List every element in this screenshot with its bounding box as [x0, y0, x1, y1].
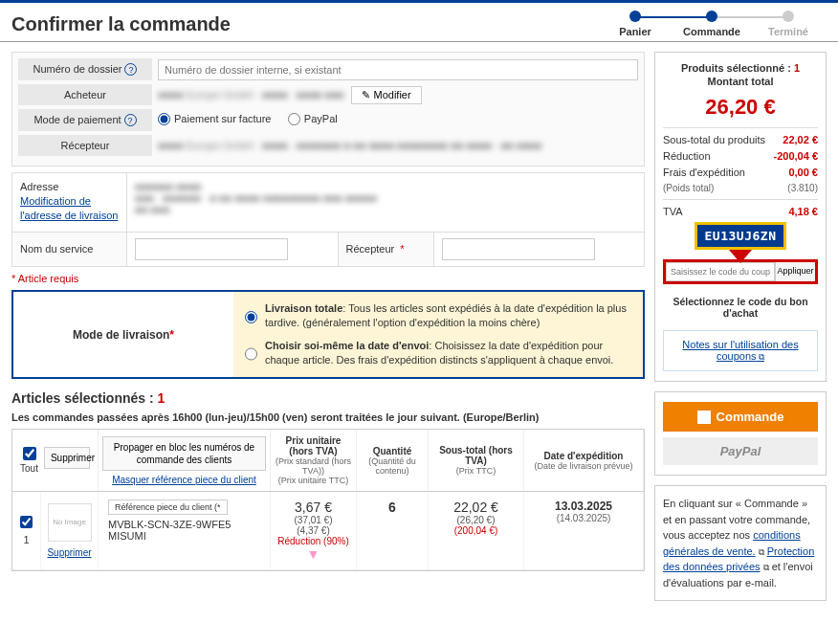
address-box: Adresse Modification de l'adresse de liv… — [11, 172, 645, 233]
order-icon — [697, 411, 711, 424]
help-icon[interactable]: ? — [124, 114, 137, 126]
items-title: Articles sélectionnés : 1 — [11, 390, 165, 406]
paiement-label: Mode de paiement — [33, 114, 121, 125]
coupon-code-badge: EU13UJ6ZN — [695, 222, 787, 250]
checkout-stepper: Panier Commande Terminé — [597, 11, 827, 37]
arrow-down-icon — [729, 250, 752, 263]
grand-total: 26,20 € — [663, 95, 818, 120]
help-icon[interactable]: ? — [124, 63, 137, 76]
reduction-label: Réduction (90%) — [276, 536, 350, 546]
acheteur-value: ■■■■ Europe GmbH · ■■■■ · ■■■■ ■■■ — [158, 89, 343, 100]
recepteur-input[interactable] — [442, 238, 595, 260]
paiement-paypal-radio[interactable]: PayPal — [288, 113, 338, 125]
table-row: 1 No Image Supprimer Référence piece du … — [12, 492, 644, 570]
items-note: Les commandes passées après 16h00 (lun-j… — [11, 411, 539, 423]
recepteur2-label: Récepteur — [346, 243, 395, 255]
unit-price: 3,67 € — [276, 500, 350, 515]
row-delete-link[interactable]: Supprimer — [47, 547, 91, 558]
items-table: Tout Supprimer Propager en bloc les numé… — [11, 429, 645, 571]
coupon-input[interactable] — [666, 262, 775, 281]
address-value: ■■■■■■ ■■■■■■■ · ■■■■■■ · ■ ■■ ■■■■ ■■■■… — [135, 181, 636, 215]
client-ref-button[interactable]: Référence piece du client (* — [108, 500, 228, 515]
modifier-button[interactable]: ✎ Modifier — [351, 86, 421, 104]
select-voucher-link[interactable]: Sélectionnez le code du bon d'achat — [663, 292, 818, 322]
external-link-icon: ⧉ — [763, 563, 769, 572]
ship-date: 13.03.2025 — [530, 500, 637, 513]
propagate-button[interactable]: Propager en bloc les numéros de commande… — [102, 436, 266, 471]
item-sku: MVBLK-SCN-3ZE-9WFE5 — [108, 519, 231, 530]
delivery-total-radio[interactable] — [245, 303, 257, 331]
row-checkbox[interactable] — [20, 516, 33, 528]
service-label: Nom du service — [12, 233, 127, 266]
acheteur-label: Acheteur — [64, 89, 106, 100]
mask-ref-link[interactable]: Masquer référence piece du client — [112, 475, 256, 485]
delivery-label: Mode de livraison — [73, 328, 169, 342]
dossier-input[interactable] — [158, 59, 638, 80]
delete-selected-button[interactable]: Supprimer — [44, 447, 90, 469]
modify-address-link[interactable]: Modification de l'adresse de livraison — [20, 194, 119, 224]
paypal-button[interactable]: PayPal — [663, 437, 818, 465]
delivery-choose-radio[interactable] — [245, 341, 257, 368]
external-link-icon: ⧉ — [759, 547, 764, 557]
item-qty: 6 — [357, 492, 429, 569]
apply-coupon-button[interactable]: Appliquer — [775, 262, 815, 281]
step-order: Commande — [683, 26, 740, 37]
place-order-button[interactable]: Commande — [663, 402, 818, 432]
step-done: Terminé — [768, 26, 808, 37]
arrow-down-icon: ▼ — [276, 546, 350, 562]
legal-notice: En cliquant sur « Commande » et en passa… — [654, 485, 827, 601]
item-brand: MISUMI — [108, 530, 146, 542]
no-image-placeholder: No Image — [48, 503, 92, 542]
recepteur-value: ■■■■ Europe GmbH · ■■■■ · ■■■■■■■ ■ ■■ ■… — [158, 140, 541, 151]
required-note: * Article requis — [11, 273, 645, 284]
order-form: Numéro de dossier? Acheteur ■■■■ Europe … — [11, 52, 645, 167]
service-input[interactable] — [135, 238, 288, 260]
subtotal: 22,02 € — [434, 500, 518, 515]
coupon-notes-link[interactable]: Notes sur l'utilisation des coupons ⧉ — [682, 339, 798, 362]
paiement-facture-radio[interactable]: Paiement sur facture — [158, 113, 272, 125]
adresse-label: Adresse — [20, 181, 119, 192]
order-summary: Produits sélectionné : 1 Montant total 2… — [654, 52, 827, 382]
external-link-icon: ⧉ — [757, 352, 765, 362]
delivery-mode-box: Mode de livraison * Livraison totale: To… — [11, 290, 645, 380]
page-title: Confirmer la commande — [11, 13, 597, 35]
dossier-label: Numéro de dossier — [33, 63, 122, 75]
select-all-checkbox[interactable] — [23, 447, 36, 460]
step-cart: Panier — [619, 26, 651, 37]
recepteur-label: Récepteur — [61, 140, 110, 151]
